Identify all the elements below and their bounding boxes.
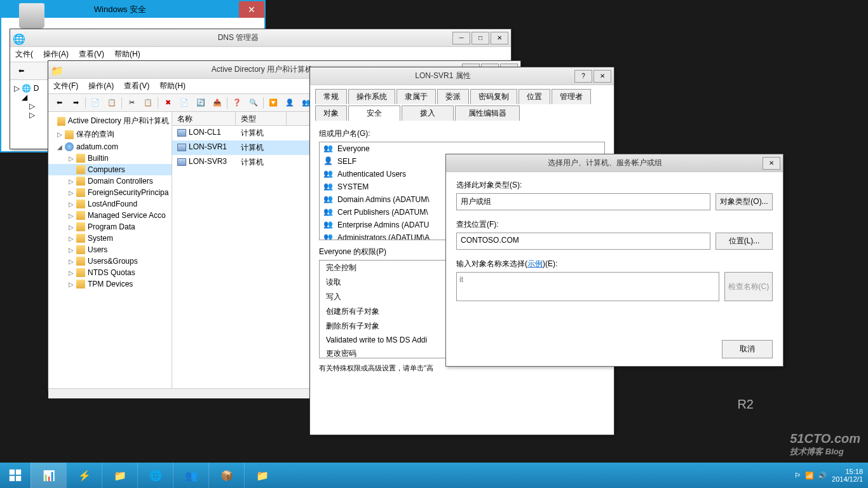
task-powershell[interactable]: ⚡	[66, 463, 102, 488]
tab-managedby[interactable]: 管理者	[552, 89, 591, 104]
close-button[interactable]: ✕	[491, 32, 508, 44]
location-button[interactable]: 位置(L)...	[715, 233, 773, 250]
tab-security[interactable]: 安全	[348, 105, 400, 121]
tray-volume-icon[interactable]: 🔊	[818, 471, 827, 480]
col-name[interactable]: 名称	[172, 112, 236, 125]
menu-view[interactable]: 查看(V)	[79, 49, 104, 60]
task-app2[interactable]: 📁	[244, 463, 280, 488]
find-button[interactable]: 🔍	[246, 96, 261, 110]
forward-button[interactable]: ➡	[68, 96, 83, 110]
examples-link[interactable]: 示例	[527, 259, 543, 268]
col-type[interactable]: 类型	[236, 112, 287, 125]
props-title: LON-SVR1 属性	[313, 71, 573, 81]
menu-action[interactable]: 操作(A)	[88, 81, 114, 92]
system-tray[interactable]: 🏳 📶 🔊 15:18 2014/12/1	[789, 468, 868, 483]
task-dns[interactable]: 🌐	[137, 463, 173, 488]
close-button[interactable]: ✕	[239, 1, 264, 18]
refresh-button[interactable]: 🔄	[193, 96, 208, 110]
tray-network-icon[interactable]: 📶	[805, 471, 814, 480]
tab-location[interactable]: 位置	[519, 89, 550, 104]
names-label: 输入对象名称来选择(示例)(E):	[456, 259, 773, 269]
menu-help[interactable]: 帮助(H)	[159, 81, 186, 92]
computer-icon	[177, 129, 186, 137]
select-title: 选择用户、计算机、服务帐户或组	[449, 158, 761, 168]
tab-object[interactable]: 对象	[315, 105, 347, 121]
tree-computers[interactable]: Computers	[48, 164, 172, 175]
tray-flag-icon[interactable]: 🏳	[794, 471, 801, 479]
props-button[interactable]: 📋	[104, 96, 119, 110]
windows-icon	[8, 468, 22, 482]
aduc-icon: 📁	[51, 65, 61, 75]
menu-file[interactable]: 文件(F)	[53, 81, 78, 92]
tree-fsp[interactable]: ▷ForeignSecurityPrincipa	[48, 187, 172, 198]
task-server-manager[interactable]: 📊	[31, 463, 66, 488]
svg-rect-2	[16, 470, 21, 475]
tree-lost[interactable]: ▷LostAndFound	[48, 198, 172, 210]
tree-ntds[interactable]: ▷NTDS Quotas	[48, 267, 172, 278]
group-item[interactable]: 👥Everyone	[320, 142, 604, 155]
menu-help[interactable]: 帮助(H)	[114, 49, 140, 60]
tab-os[interactable]: 操作系统	[348, 89, 395, 104]
maximize-button[interactable]: □	[471, 32, 489, 44]
tab-dialin[interactable]: 拨入	[402, 105, 454, 121]
task-app1[interactable]: 📦	[208, 463, 244, 488]
tree-progdata[interactable]: ▷Program Data	[48, 221, 172, 233]
check-names-button[interactable]: 检查名称(C)	[724, 272, 773, 301]
groups-label: 组或用户名(G):	[319, 128, 605, 139]
export-button[interactable]: 📤	[210, 96, 225, 110]
tree-system[interactable]: ▷System	[48, 233, 172, 244]
close-button[interactable]: ✕	[593, 70, 611, 83]
start-button[interactable]	[0, 463, 31, 488]
tab-memberof[interactable]: 隶属于	[397, 89, 436, 104]
props-titlebar[interactable]: LON-SVR1 属性 ? ✕	[310, 67, 614, 85]
dns-icon: 🌐	[13, 33, 23, 43]
location-input: CONTOSO.COM	[456, 233, 710, 250]
delete-button[interactable]: ✖	[160, 96, 175, 110]
minimize-button[interactable]: ─	[452, 32, 470, 44]
menu-action[interactable]: 操作(A)	[43, 49, 69, 60]
svg-rect-3	[10, 476, 15, 481]
select-users-dialog: 选择用户、计算机、服务帐户或组 ✕ 选择此对象类型(S): 用户或组 对象类型(…	[445, 154, 783, 367]
tray-clock[interactable]: 15:18 2014/12/1	[832, 468, 863, 483]
tree-tpm[interactable]: ▷TPM Devices	[48, 278, 172, 290]
obj-type-button[interactable]: 对象类型(O)...	[715, 193, 773, 210]
location-label: 查找位置(F):	[456, 219, 773, 230]
obj-type-label: 选择此对象类型(S):	[456, 180, 773, 191]
props-tabs-row2: 对象 安全 拨入 属性编辑器	[310, 105, 614, 122]
tab-password[interactable]: 密码复制	[470, 89, 517, 104]
task-aduc[interactable]: 👥	[173, 463, 208, 488]
tree-users[interactable]: ▷Users	[48, 244, 172, 255]
tree-dc[interactable]: ▷Domain Controllers	[48, 175, 172, 187]
names-input[interactable]	[456, 272, 719, 301]
tree-builtin[interactable]: ▷Builtin	[48, 152, 172, 164]
tree-domain[interactable]: ◢adatum.com	[48, 141, 172, 152]
tree-usersgroups[interactable]: ▷Users&Groups	[48, 255, 172, 267]
back-button[interactable]: ⬅	[13, 64, 29, 78]
svg-rect-1	[10, 470, 15, 475]
cancel-button[interactable]: 取消	[722, 340, 773, 358]
tree-saved-queries[interactable]: ▷保存的查询	[48, 128, 172, 141]
copy-button[interactable]: 📋	[140, 96, 156, 110]
menu-view[interactable]: 查看(V)	[124, 81, 149, 92]
menu-file[interactable]: 文件(	[15, 49, 33, 60]
r2-watermark: R2	[737, 397, 754, 412]
user-button[interactable]: 👤	[282, 96, 297, 110]
new-button[interactable]: 📄	[88, 96, 103, 110]
aduc-tree[interactable]: Active Directory 用户和计算机 ▷保存的查询 ◢adatum.c…	[48, 112, 172, 388]
tab-delegation[interactable]: 委派	[437, 89, 469, 104]
filter-button[interactable]: 🔽	[266, 96, 281, 110]
tree-msa[interactable]: ▷Managed Service Acco	[48, 210, 172, 221]
help-button[interactable]: ?	[574, 70, 592, 83]
tab-attreditor[interactable]: 属性编辑器	[455, 105, 520, 121]
props-tabs: 常规 操作系统 隶属于 委派 密码复制 位置 管理者	[310, 85, 614, 105]
back-button[interactable]: ⬅	[51, 96, 67, 110]
task-explorer[interactable]: 📁	[102, 463, 137, 488]
tree-root[interactable]: Active Directory 用户和计算机	[48, 114, 172, 128]
help-button[interactable]: ❓	[229, 96, 245, 110]
cut-button[interactable]: ✂	[124, 96, 139, 110]
select-titlebar[interactable]: 选择用户、计算机、服务帐户或组 ✕	[446, 154, 783, 172]
props2-button[interactable]: 📄	[177, 96, 192, 110]
tab-general[interactable]: 常规	[315, 89, 347, 104]
close-button[interactable]: ✕	[763, 157, 780, 170]
dns-titlebar[interactable]: 🌐 DNS 管理器 ─ □ ✕	[10, 29, 511, 47]
